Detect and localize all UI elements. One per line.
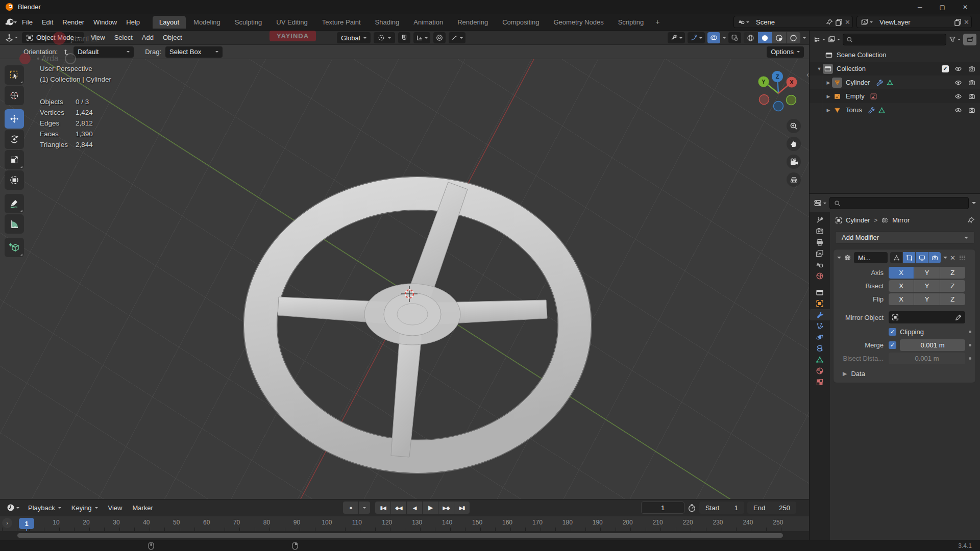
stopwatch-icon[interactable] [688,504,696,512]
current-frame-field[interactable]: 1 [641,502,684,514]
drag-dropdown[interactable]: Select Box [165,46,223,58]
playback-menu[interactable]: Playback [24,502,65,514]
maximize-button[interactable]: ▢ [940,4,945,11]
chevron-down-icon[interactable] [803,37,806,39]
tab-view-layer[interactable] [810,248,830,259]
gizmos-toggle-dropdown[interactable] [688,32,705,43]
menu-item[interactable]: Edit [37,16,58,28]
tab-output[interactable] [810,237,830,248]
outliner-row-torus[interactable]: ▶ Torus [810,103,980,117]
workspace-tab[interactable]: Shading [369,16,406,29]
proportional-falloff-dropdown[interactable] [449,32,465,43]
disable-render-camera-icon[interactable] [968,79,976,86]
tab-object[interactable] [810,298,830,309]
animate-dot[interactable] [969,331,971,333]
expand-arrow-icon[interactable]: ▶ [825,108,832,113]
shading-solid-button[interactable] [758,32,772,43]
pivot-point-dropdown[interactable] [374,32,395,43]
bisect-y-button[interactable]: Y [914,280,939,292]
close-button[interactable]: ✕ [963,4,968,11]
tool-add-primitive[interactable] [5,238,24,257]
menu-item[interactable]: File [17,16,37,28]
disable-render-camera-icon[interactable] [968,107,976,114]
steering-wheel-object[interactable] [243,177,592,473]
properties-search-input[interactable] [829,197,969,209]
new-collection-button[interactable] [963,34,976,45]
merge-checkbox[interactable]: ✓ [889,341,896,349]
tab-physics[interactable] [810,332,830,343]
expand-arrow-icon[interactable]: ▶ [825,80,832,85]
unlink-scene-icon[interactable]: ✕ [845,18,850,26]
eyedropper-icon[interactable] [955,314,962,321]
tab-material[interactable] [810,365,830,377]
viewlayer-selector[interactable]: ViewLayer ✕ [856,16,972,28]
outliner-display-mode-button[interactable] [813,36,825,43]
zoom-button[interactable] [787,119,801,133]
modifier-name-field[interactable]: Mi... [854,252,888,263]
gizmo-z-negative[interactable] [774,102,783,111]
snap-target-dropdown[interactable] [413,32,430,43]
pan-button[interactable] [787,137,801,151]
mode-dropdown[interactable]: Object Mode [22,32,84,43]
play-reverse-button[interactable]: ◀ [407,502,422,514]
workspace-tab[interactable]: Scripting [611,16,651,29]
timeline-ruler[interactable]: 1 10203040506070809010011012013014015016… [0,516,809,531]
tool-annotate[interactable] [5,194,24,213]
previous-keyframe-button[interactable]: ◆◀ [391,502,406,514]
breadcrumb-modifier[interactable]: Mirror [892,216,910,224]
jump-to-end-button[interactable]: ▶▮ [454,502,470,514]
viewport-menu-item[interactable]: Add [137,32,158,43]
orientation-dropdown[interactable]: Default [74,46,134,58]
tool-measure[interactable] [5,214,24,234]
workspace-tab[interactable]: Modeling [187,16,227,29]
axis-x-button[interactable]: X [889,267,914,279]
tool-cursor[interactable] [5,86,24,105]
scene-browse-button[interactable] [736,18,751,26]
gizmo-x-negative[interactable] [760,95,769,105]
panel-expand-chevron[interactable] [837,257,841,259]
blender-logo-menu[interactable] [4,17,17,27]
hide-eye-icon[interactable] [954,93,963,100]
end-frame-field[interactable]: End 250 [747,502,796,514]
play-button[interactable]: ▶ [423,502,438,514]
menu-item[interactable]: Window [89,16,121,28]
view-menu[interactable]: View [104,502,127,514]
collection-name[interactable]: Collection [837,65,866,72]
flip-x-button[interactable]: X [889,293,914,305]
expand-arrow-icon[interactable]: ▼ [816,66,823,71]
add-modifier-button[interactable]: Add Modifier [835,231,975,244]
clipping-checkbox[interactable]: ✓ [889,328,896,336]
collection-checkbox[interactable]: ✓ [942,65,949,72]
camera-view-button[interactable] [787,155,801,169]
timeline-sidebar-toggle[interactable]: › [2,518,12,528]
scene-name[interactable]: Scene [753,18,824,26]
pin-icon[interactable] [967,216,975,224]
remove-viewlayer-icon[interactable]: ✕ [964,18,969,26]
modifier-extras-chevron[interactable] [943,257,947,259]
new-scene-icon[interactable] [835,18,843,26]
workspace-tab[interactable]: Layout [153,16,186,29]
properties-editor-type-button[interactable] [814,199,826,207]
tab-modifiers[interactable] [810,309,830,320]
xray-toggle[interactable] [728,32,741,43]
start-frame-field[interactable]: Start 1 [699,502,744,514]
merge-threshold-field[interactable]: 0.001 m [900,339,965,351]
toggle-on-cage-display[interactable] [903,252,915,263]
tool-rotate[interactable] [5,130,24,149]
tab-constraints[interactable] [810,343,830,354]
workspace-tab[interactable]: Compositing [496,16,546,29]
auto-keying-toggle[interactable]: ● [343,502,358,514]
animate-dot[interactable] [969,357,971,360]
orthographic-toggle-button[interactable] [787,172,801,187]
tool-scale[interactable] [5,150,24,169]
collection-name[interactable]: Scene Collection [837,51,887,59]
workspace-tab[interactable]: Animation [407,16,450,29]
flip-y-button[interactable]: Y [914,293,939,305]
breadcrumb-object[interactable]: Cylinder [846,216,870,224]
mirror-object-field[interactable] [889,311,965,323]
bisect-distance-field[interactable]: 0.001 m [889,353,965,364]
workspace-tab[interactable]: Sculpting [228,16,268,29]
next-keyframe-button[interactable]: ▶◆ [438,502,454,514]
outliner-row-cylinder[interactable]: ▶ Cylinder [810,76,980,89]
scene-selector[interactable]: Scene ✕ [733,16,853,28]
